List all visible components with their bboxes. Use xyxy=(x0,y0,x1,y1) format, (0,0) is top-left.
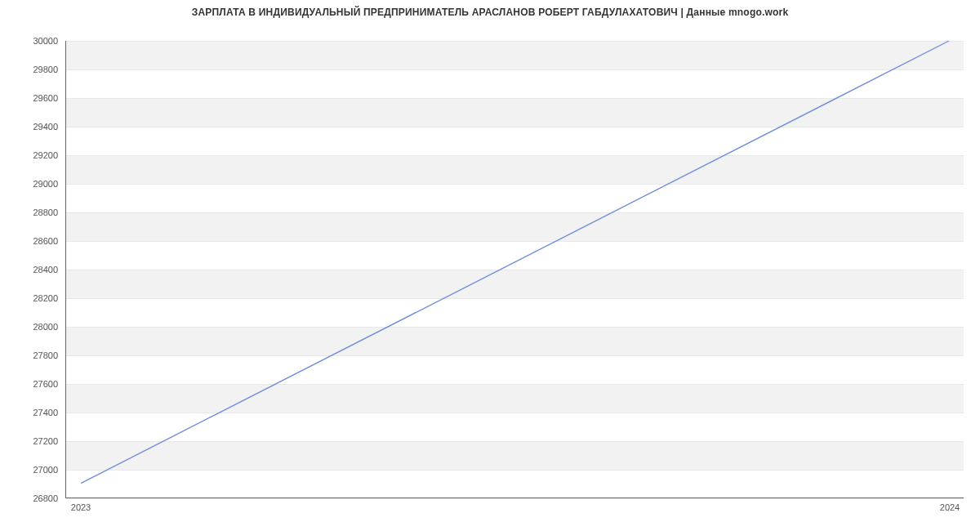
y-tick-label: 26800 xyxy=(17,493,58,503)
y-tick-label: 27200 xyxy=(17,436,58,446)
y-tick-label: 28200 xyxy=(17,293,58,303)
y-tick-label: 27000 xyxy=(17,465,58,475)
y-tick-label: 28800 xyxy=(17,207,58,217)
y-tick-label: 29400 xyxy=(17,122,58,132)
plot-area: 2680027000272002740027600278002800028200… xyxy=(65,41,964,498)
x-tick-label: 2023 xyxy=(71,502,91,512)
y-tick-label: 29800 xyxy=(17,65,58,74)
x-tick-label: 2024 xyxy=(940,502,960,512)
y-tick-label: 30000 xyxy=(17,36,58,46)
series-line xyxy=(81,41,949,484)
chart-container: 2680027000272002740027600278002800028200… xyxy=(0,18,980,524)
y-tick-label: 29200 xyxy=(17,150,58,160)
y-tick-label: 28400 xyxy=(17,265,58,274)
y-tick-label: 27800 xyxy=(17,350,58,360)
y-tick-label: 28600 xyxy=(17,236,58,246)
y-tick-label: 29000 xyxy=(17,179,58,189)
y-tick-label: 27600 xyxy=(17,379,58,389)
y-tick-label: 27400 xyxy=(17,408,58,417)
line-layer xyxy=(66,41,964,498)
grid-line xyxy=(66,498,964,499)
y-tick-label: 28000 xyxy=(17,322,58,332)
y-tick-label: 29600 xyxy=(17,93,58,103)
chart-title: ЗАРПЛАТА В ИНДИВИДУАЛЬНЫЙ ПРЕДПРИНИМАТЕЛ… xyxy=(0,0,980,18)
